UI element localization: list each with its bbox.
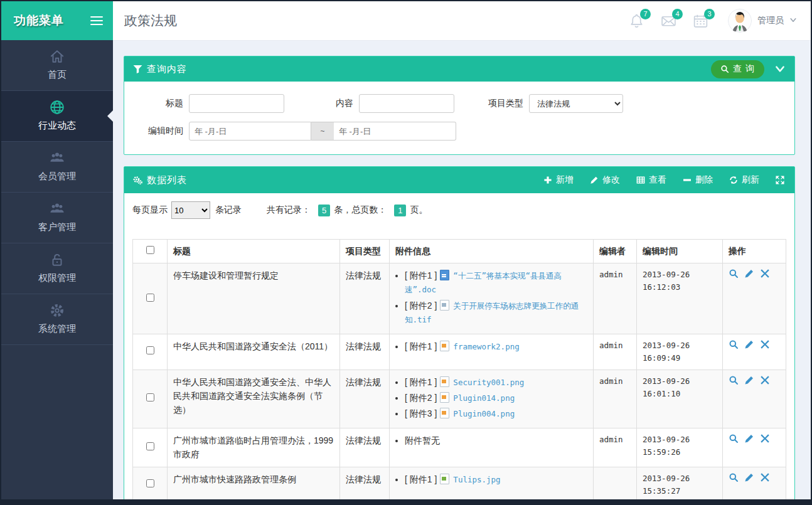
minus-icon — [683, 176, 692, 184]
row-type: 法律法规 — [340, 334, 390, 369]
data-panel-header: 数据列表 新增修改查看删除刷新 — [124, 167, 794, 193]
search-button[interactable]: 查 询 — [711, 60, 764, 78]
avatar[interactable] — [728, 9, 752, 33]
row-editor: admin — [594, 369, 637, 428]
row-type: 法律法规 — [340, 428, 390, 467]
attachment-link[interactable]: Plugin004.png — [453, 409, 515, 418]
sidebar-item-system-mgmt[interactable]: 系统管理 — [1, 294, 113, 345]
row-attachments: [ 附件1 ]framework2.png — [390, 334, 594, 369]
view-action-icon[interactable] — [729, 268, 739, 279]
type-select[interactable]: 法律法规 — [529, 94, 623, 113]
row-checkbox[interactable] — [146, 346, 154, 354]
row-checkbox[interactable] — [146, 393, 154, 401]
view-button[interactable]: 查看 — [628, 174, 675, 186]
attachment-label: [ 附件1 ] — [405, 341, 437, 351]
select-all-cell — [133, 240, 168, 263]
row-attachments: [ 附件1 ]Security001.png[ 附件2 ]Plugin014.p… — [390, 369, 594, 428]
row-edit-time: 2013-09-26 16:01:10 — [637, 369, 723, 428]
delete-action-icon[interactable] — [760, 433, 770, 444]
delete-action-icon[interactable] — [760, 339, 770, 349]
row-checkbox[interactable] — [146, 479, 154, 487]
attachment-link[interactable]: Plugin014.png — [453, 393, 515, 403]
total-records-badge: 5 — [318, 205, 330, 216]
toolbar-button-label: 查看 — [649, 174, 666, 186]
sidebar-item-industry-news[interactable]: 行业动态 — [1, 91, 113, 142]
menu-toggle-icon[interactable] — [90, 14, 103, 28]
home-icon — [49, 48, 65, 65]
users-icon — [49, 201, 65, 217]
notification-badge: 3 — [704, 9, 715, 19]
row-checkbox[interactable] — [146, 442, 154, 450]
view-action-icon[interactable] — [729, 339, 739, 349]
calendar-button[interactable]: 3 — [692, 13, 709, 29]
row-title: 中华人民共和国道路交通安全法（2011） — [168, 334, 340, 369]
delete-action-icon[interactable] — [760, 268, 770, 279]
edit-action-icon[interactable] — [744, 339, 754, 349]
sidebar-item-home[interactable]: 首页 — [1, 40, 113, 91]
collapse-panel-icon[interactable] — [774, 63, 786, 75]
data-panel: 数据列表 新增修改查看删除刷新 每页显示 10 条记录 共有记录： 5 条，总页… — [124, 166, 795, 499]
file-jpg-icon — [440, 474, 449, 484]
per-page-select[interactable]: 10 — [171, 201, 210, 219]
no-attachment-text: 附件暂无 — [405, 433, 587, 447]
user-menu[interactable]: 管理员 — [728, 9, 797, 33]
alerts-button[interactable]: 7 — [628, 13, 645, 29]
file-png-icon — [440, 341, 449, 351]
attachment-label: [ 附件1 ] — [405, 474, 437, 484]
date-range-group: ~ — [189, 122, 456, 141]
view-action-icon[interactable] — [729, 472, 739, 482]
total-mid-label: 条，总页数： — [334, 205, 387, 216]
view-action-icon[interactable] — [729, 433, 739, 444]
view-action-icon[interactable] — [729, 375, 739, 385]
chevron-down-icon — [789, 16, 797, 26]
select-all-checkbox[interactable] — [146, 246, 154, 254]
attachment-link[interactable]: Security001.png — [453, 378, 524, 387]
attachment-list: [ 附件1 ]“十二五”将基本实现“县县通高速”.doc[ 附件2 ]关于开展停… — [395, 268, 587, 327]
sidebar-item-label: 客户管理 — [1, 221, 113, 233]
edit-action-icon[interactable] — [744, 433, 754, 444]
attachment-list: [ 附件1 ]Tulips.jpg — [395, 472, 587, 486]
main-area: 政策法规 743 管理员 查询内容 查 — [113, 1, 811, 499]
edit-button[interactable]: 修改 — [582, 174, 628, 186]
edit-action-icon[interactable] — [744, 375, 754, 385]
delete-action-icon[interactable] — [760, 472, 770, 482]
content-area: 查询内容 查 询 标题 — [113, 41, 811, 499]
type-label: 项目类型 — [479, 98, 523, 109]
row-title: 停车场建设和管理暂行规定 — [168, 263, 340, 334]
expand-icon — [776, 176, 784, 184]
content-input[interactable] — [359, 94, 454, 113]
attachment-item: [ 附件1 ]“十二五”将基本实现“县县通高速”.doc — [405, 268, 587, 297]
attachment-link[interactable]: framework2.png — [453, 342, 519, 351]
gears-icon — [133, 176, 142, 185]
table-row: 中华人民共和国道路交通安全法、中华人民共和国道路交通安全法实施条例（节选）法律法… — [133, 369, 786, 428]
delete-button[interactable]: 删除 — [675, 174, 721, 186]
data-panel-title: 数据列表 — [147, 174, 187, 186]
attachment-link[interactable]: Tulips.jpg — [453, 475, 500, 484]
title-input[interactable] — [189, 94, 284, 113]
sidebar-item-member-mgmt[interactable]: 会员管理 — [1, 142, 113, 193]
delete-action-icon[interactable] — [760, 375, 770, 385]
sidebar-item-permission-mgmt[interactable]: 权限管理 — [1, 243, 113, 294]
date-from-input[interactable] — [189, 122, 311, 141]
add-button[interactable]: 新增 — [535, 174, 582, 186]
globe-icon — [49, 99, 65, 115]
query-panel-title: 查询内容 — [147, 63, 187, 75]
fullscreen-button[interactable] — [767, 176, 786, 184]
edit-action-icon[interactable] — [744, 268, 754, 279]
row-actions — [723, 467, 786, 499]
date-to-input[interactable] — [334, 122, 456, 141]
row-checkbox[interactable] — [146, 294, 154, 302]
grid-icon — [636, 176, 645, 184]
refresh-button[interactable]: 刷新 — [721, 174, 767, 186]
sidebar-item-customer-mgmt[interactable]: 客户管理 — [1, 193, 113, 243]
edit-action-icon[interactable] — [744, 472, 754, 482]
table-row: 停车场建设和管理暂行规定法律法规[ 附件1 ]“十二五”将基本实现“县县通高速”… — [133, 263, 786, 334]
data-table: 标题项目类型附件信息编辑者编辑时间操作 停车场建设和管理暂行规定法律法规[ 附件… — [132, 239, 786, 499]
row-editor: admin — [594, 263, 637, 334]
total-records-label: 共有记录： — [267, 205, 311, 216]
col-header-4: 编辑者 — [594, 240, 637, 263]
toolbar-button-label: 新增 — [556, 174, 574, 186]
title-label: 标题 — [139, 98, 183, 109]
row-editor: admin — [594, 428, 637, 467]
messages-button[interactable]: 4 — [660, 13, 677, 29]
